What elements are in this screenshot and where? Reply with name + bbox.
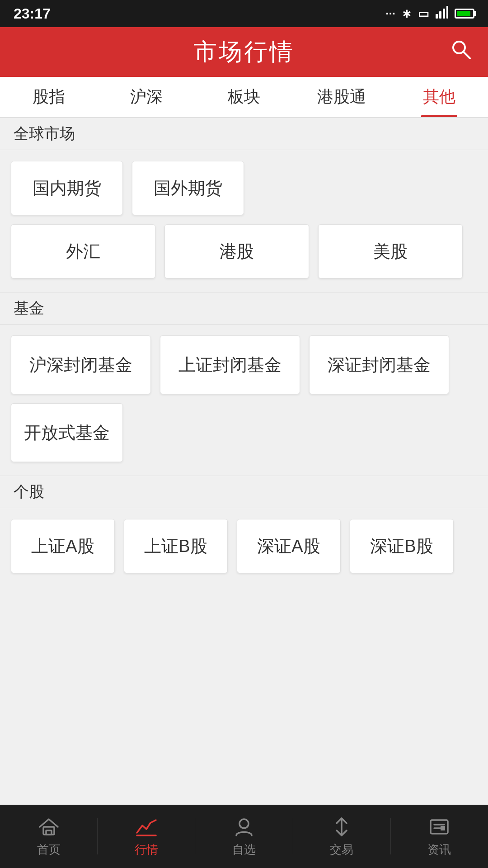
btn-sh-a-stock[interactable]: 上证A股	[11, 519, 115, 573]
status-time: 23:17	[14, 5, 51, 22]
svg-line-5	[464, 52, 470, 58]
bottom-nav-market-label: 行情	[135, 842, 158, 858]
signal-icon	[436, 6, 448, 22]
bottom-nav-watchlist[interactable]: 自选	[195, 805, 292, 868]
btn-sh-b-stock[interactable]: 上证B股	[124, 519, 228, 573]
svg-rect-7	[46, 830, 52, 835]
sim-icon: ▭	[418, 7, 429, 21]
btn-us-stock[interactable]: 美股	[318, 224, 463, 278]
header: 市场行情	[0, 27, 488, 77]
btn-foreign-futures[interactable]: 国外期货	[132, 161, 244, 215]
section-fund: 基金	[0, 292, 488, 325]
bottom-nav-news[interactable]: 资讯	[391, 805, 488, 868]
section-individual-stock: 个股	[0, 476, 488, 508]
status-icons: ··· ∗ ▭	[385, 6, 474, 22]
bottom-nav-watchlist-label: 自选	[232, 842, 256, 858]
futures-row: 国内期货 国外期货	[0, 150, 488, 220]
open-fund-row: 开放式基金	[0, 399, 488, 467]
section-global-market: 全球市场	[0, 118, 488, 150]
bluetooth-icon: ∗	[402, 7, 412, 21]
status-bar: 23:17 ··· ∗ ▭	[0, 0, 488, 27]
btn-sz-b-stock[interactable]: 深证B股	[350, 519, 454, 573]
btn-hushen-closed-fund[interactable]: 沪深封闭基金	[11, 335, 151, 394]
tab-qita[interactable]: 其他	[390, 77, 488, 117]
bottom-nav-trade-label: 交易	[330, 842, 353, 858]
tab-hushen[interactable]: 沪深	[98, 77, 195, 117]
content-area: 全球市场 国内期货 国外期货 外汇 港股 美股 基金 沪深封闭基金 上证封闭基金	[0, 118, 488, 578]
bottom-nav-trade[interactable]: 交易	[293, 805, 390, 868]
dots-icon: ···	[385, 7, 395, 21]
btn-sz-a-stock[interactable]: 深证A股	[237, 519, 341, 573]
closed-fund-row: 沪深封闭基金 上证封闭基金 深证封闭基金	[0, 325, 488, 399]
bottom-nav: 首页 行情 自选 交易 资讯	[0, 805, 488, 868]
btn-domestic-futures[interactable]: 国内期货	[11, 161, 123, 215]
battery-icon	[455, 9, 474, 19]
nav-tabs: 股指 沪深 板块 港股通 其他	[0, 77, 488, 118]
btn-hk-stock[interactable]: 港股	[164, 224, 309, 278]
svg-rect-0	[436, 14, 438, 19]
svg-rect-11	[431, 820, 448, 834]
tab-bankuai[interactable]: 板块	[195, 77, 293, 117]
tab-guzhi[interactable]: 股指	[0, 77, 98, 117]
bottom-nav-home[interactable]: 首页	[0, 805, 97, 868]
btn-shangzheng-closed-fund[interactable]: 上证封闭基金	[160, 335, 300, 394]
forex-row: 外汇 港股 美股	[0, 220, 488, 283]
btn-shenzheng-closed-fund[interactable]: 深证封闭基金	[309, 335, 449, 394]
svg-point-9	[239, 819, 249, 828]
bottom-nav-market[interactable]: 行情	[98, 805, 195, 868]
svg-rect-14	[441, 826, 445, 830]
svg-rect-2	[443, 9, 445, 19]
svg-rect-3	[446, 6, 448, 19]
btn-forex[interactable]: 外汇	[11, 224, 155, 278]
search-button[interactable]	[450, 38, 472, 66]
svg-rect-1	[439, 11, 441, 19]
stock-row: 上证A股 上证B股 深证A股 深证B股	[0, 508, 488, 578]
btn-open-fund[interactable]: 开放式基金	[11, 403, 123, 462]
bottom-nav-news-label: 资讯	[427, 842, 451, 858]
tab-gangutong[interactable]: 港股通	[293, 77, 390, 117]
bottom-nav-home-label: 首页	[37, 842, 61, 858]
header-title: 市场行情	[193, 36, 295, 68]
